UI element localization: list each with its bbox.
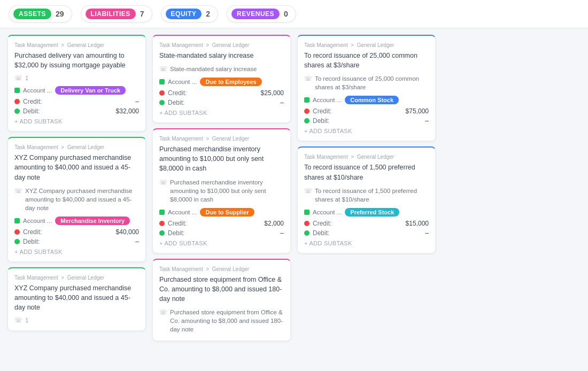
subtask-text: State-mandated salary increase bbox=[170, 65, 257, 73]
debit-row: Debit: $32,000 bbox=[14, 107, 139, 115]
debit-label: Debit: bbox=[168, 229, 184, 237]
liabilities-badge: LIABILITIES bbox=[86, 9, 136, 19]
debit-value: – bbox=[280, 99, 284, 106]
debit-row: Debit: – bbox=[159, 99, 284, 106]
subtask-icon: ☏ bbox=[159, 308, 167, 316]
card-title: XYZ Company purchased merchandise amount… bbox=[14, 153, 139, 182]
account-badge-delivery: Delivery Van or Truck bbox=[55, 86, 126, 95]
dot-red bbox=[159, 221, 165, 226]
debit-row: Debit: – bbox=[14, 238, 139, 245]
account-row: Account ... Due to Supplier bbox=[159, 208, 284, 217]
dot-green-circle bbox=[304, 230, 310, 236]
subtask-icon: ☏ bbox=[159, 65, 167, 73]
account-row: Account ... Common Stock bbox=[304, 96, 429, 104]
card-title: XYZ Company purchased merchandise amount… bbox=[14, 283, 139, 312]
subtask-text: To record issuance of 1,500 preferred sh… bbox=[315, 187, 429, 204]
credit-row: Credit: – bbox=[14, 98, 139, 105]
dot-green bbox=[304, 210, 310, 215]
subtask-row: ☏ To record issuance of 1,500 preferred … bbox=[304, 187, 429, 204]
account-label: Account ... bbox=[23, 87, 52, 94]
debit-value: – bbox=[425, 229, 429, 237]
dot-green bbox=[304, 97, 310, 103]
dot-green-circle bbox=[14, 239, 20, 244]
add-subtask-btn[interactable]: + ADD SUBTASK bbox=[159, 110, 284, 116]
account-label: Account ... bbox=[313, 209, 342, 215]
credit-label: Credit: bbox=[168, 220, 187, 227]
credit-label: Credit: bbox=[23, 228, 42, 236]
revenues-badge: REVENUES bbox=[231, 9, 280, 19]
card-title: Purchased delivery van amounting to $32,… bbox=[14, 51, 139, 70]
credit-value: $15,000 bbox=[406, 220, 429, 227]
card-breadcrumb: Task Management > General Ledger bbox=[14, 144, 139, 150]
account-badge-preferred-stock: Preferred Stock bbox=[345, 208, 399, 217]
credit-value: $40,000 bbox=[116, 228, 139, 236]
account-label: Account ... bbox=[23, 218, 52, 224]
column-revenues bbox=[439, 35, 584, 361]
card-merchandise-inventory: Task Management > General Ledger XYZ Com… bbox=[7, 137, 146, 262]
card-merchandise-inventory-liab: Task Management > General Ledger Purchas… bbox=[152, 128, 291, 253]
credit-value: $75,000 bbox=[406, 107, 429, 115]
card-title: State-mandated salary increase bbox=[159, 51, 284, 60]
subtask-text: To record issuance of 25,000 common shar… bbox=[315, 74, 429, 91]
equity-count: 2 bbox=[206, 10, 210, 18]
subtask-icon: ☏ bbox=[159, 179, 167, 186]
add-subtask-btn[interactable]: + ADD SUBTASK bbox=[159, 240, 284, 246]
debit-value: – bbox=[425, 117, 429, 125]
add-subtask-btn[interactable]: + ADD SUBTASK bbox=[304, 128, 429, 134]
debit-label: Debit: bbox=[23, 107, 40, 115]
card-common-stock: Task Management > General Ledger To reco… bbox=[297, 35, 436, 141]
debit-row: Debit: – bbox=[304, 229, 429, 237]
add-subtask-btn[interactable]: + ADD SUBTASK bbox=[14, 118, 139, 125]
account-label: Account ... bbox=[168, 209, 197, 215]
board: Task Management > General Ledger Purchas… bbox=[0, 28, 588, 367]
account-row: Account ... Delivery Van or Truck bbox=[14, 86, 139, 95]
category-pill-equity[interactable]: EQUITY 2 bbox=[161, 5, 218, 22]
credit-label: Credit: bbox=[168, 89, 187, 97]
card-salary-increase: Task Management > General Ledger State-m… bbox=[152, 35, 291, 123]
subtask-row: ☏ XYZ Company purchased merchandise amou… bbox=[14, 187, 139, 212]
dot-red bbox=[159, 90, 165, 96]
dot-red bbox=[304, 109, 310, 114]
category-pill-revenues[interactable]: REVENUES 0 bbox=[227, 5, 296, 22]
subtask-icon: ☏ bbox=[14, 187, 22, 195]
subtask-text: Purchased merchandise inventory amountin… bbox=[170, 178, 284, 204]
subtask-row: ☏ Purchased store equipment from Office … bbox=[159, 308, 284, 334]
subtask-icon: ☏ bbox=[14, 316, 22, 324]
add-subtask-btn[interactable]: + ADD SUBTASK bbox=[304, 240, 429, 246]
subtask-icon: ☏ bbox=[304, 187, 312, 195]
card-delivery-van: Task Management > General Ledger Purchas… bbox=[7, 35, 146, 132]
debit-value: $32,000 bbox=[116, 107, 139, 115]
debit-label: Debit: bbox=[23, 238, 40, 245]
assets-badge: ASSETS bbox=[13, 9, 51, 19]
card-breadcrumb: Task Management > General Ledger bbox=[159, 136, 284, 142]
credit-value: – bbox=[135, 98, 139, 105]
card-title: Purchased store equipment from Office & … bbox=[159, 275, 284, 304]
account-row: Account ... Due to Employees bbox=[159, 78, 284, 86]
category-pill-assets[interactable]: ASSETS 29 bbox=[9, 5, 72, 22]
card-breadcrumb: Task Management > General Ledger bbox=[159, 266, 284, 272]
credit-row: Credit: $2,000 bbox=[159, 220, 284, 227]
add-subtask-btn[interactable]: + ADD SUBTASK bbox=[14, 249, 139, 255]
subtask-row: ☏ 1 bbox=[14, 74, 139, 82]
subtask-row: ☏ To record issuance of 25,000 common sh… bbox=[304, 74, 429, 91]
card-title: To record issuance of 25,000 common shar… bbox=[304, 51, 429, 70]
card-breadcrumb: Task Management > General Ledger bbox=[14, 275, 139, 281]
account-badge-common-stock: Common Stock bbox=[345, 96, 399, 104]
account-badge-due-supplier: Due to Supplier bbox=[200, 208, 254, 217]
subtask-num: 1 bbox=[25, 317, 28, 323]
account-badge-due-employees: Due to Employees bbox=[200, 78, 261, 86]
debit-row: Debit: – bbox=[159, 229, 284, 237]
column-liabilities: Task Management > General Ledger State-m… bbox=[149, 35, 294, 361]
debit-value: – bbox=[135, 238, 139, 245]
account-row: Account ... Merchandise Inventory bbox=[14, 217, 139, 225]
subtask-row: ☏ 1 bbox=[14, 316, 139, 324]
category-pill-liabilities[interactable]: LIABILITIES 7 bbox=[81, 5, 152, 22]
subtask-text: Purchased store equipment from Office & … bbox=[170, 308, 284, 334]
credit-label: Credit: bbox=[23, 98, 42, 105]
subtask-icon: ☏ bbox=[14, 74, 22, 82]
credit-row: Credit: $40,000 bbox=[14, 228, 139, 236]
dot-red bbox=[14, 99, 20, 104]
credit-label: Credit: bbox=[313, 220, 331, 227]
dot-green-circle bbox=[304, 118, 310, 123]
debit-label: Debit: bbox=[168, 99, 184, 106]
